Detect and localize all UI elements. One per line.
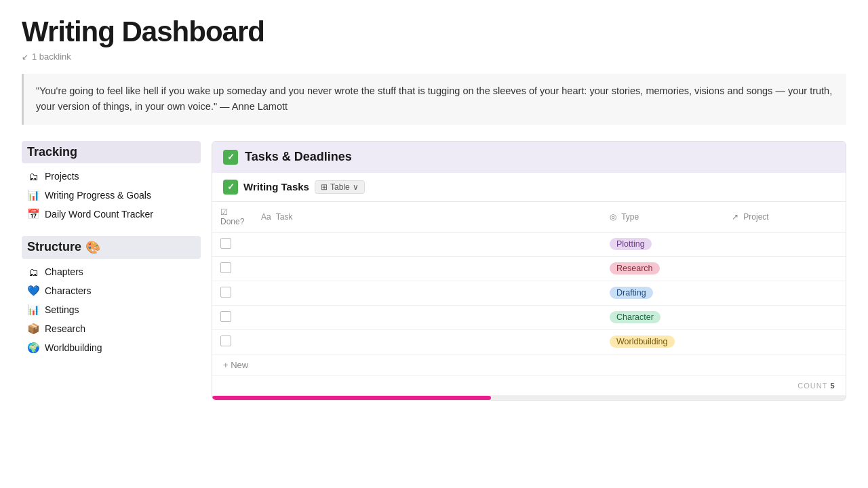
cell-task[interactable] (253, 329, 601, 354)
cell-task[interactable] (253, 305, 601, 329)
table-chevron-icon: ∨ (353, 182, 359, 192)
tasks-subheader: ✓ Writing Tasks ⊞ Table ∨ (212, 173, 846, 202)
sidebar-item-label: Worldbuilding (45, 342, 102, 353)
count-row: COUNT 5 (212, 376, 846, 396)
backlink-count[interactable]: 1 backlink (32, 52, 71, 62)
sidebar-item-label: Chapters (45, 266, 83, 277)
row-checkbox[interactable] (220, 336, 231, 346)
cell-type: Plotting (601, 232, 724, 256)
cell-project (724, 305, 846, 329)
cell-done (212, 329, 253, 354)
cell-project (724, 256, 846, 281)
type-badge: Worldbuilding (610, 336, 675, 348)
tracking-items: 🗂 Projects 📊 Writing Progress & Goals 📅 … (22, 167, 201, 224)
table-row[interactable]: Drafting (212, 281, 846, 305)
page-title: Writing Dashboard (22, 16, 846, 47)
sidebar-item-worldbuilding[interactable]: 🌍 Worldbuilding (22, 338, 201, 357)
backlink-icon: ↙ (22, 52, 28, 62)
cell-done (212, 281, 253, 305)
projects-icon: 🗂 (27, 171, 39, 182)
table-grid-icon: ⊞ (321, 182, 328, 192)
cell-project (724, 281, 846, 305)
tasks-header: ✓ Tasks & Deadlines (212, 142, 846, 173)
quote-text: "You're going to feel like hell if you w… (36, 85, 832, 112)
research-icon: 📦 (27, 323, 39, 335)
writing-tasks-check-icon: ✓ (223, 180, 238, 195)
sidebar-item-label: Settings (45, 304, 79, 315)
sidebar-item-writing-progress[interactable]: 📊 Writing Progress & Goals (22, 186, 201, 205)
type-badge: Drafting (610, 287, 653, 299)
done-col-icon: ☑ (220, 207, 228, 217)
cell-done (212, 256, 253, 281)
sidebar-item-label: Research (45, 323, 85, 334)
table-view-badge[interactable]: ⊞ Table ∨ (315, 180, 365, 194)
writing-tasks-title: Writing Tasks (243, 181, 309, 192)
type-badge: Character (610, 311, 660, 323)
sidebar-item-projects[interactable]: 🗂 Projects (22, 167, 201, 186)
sidebar-item-characters[interactable]: 💙 Characters (22, 281, 201, 300)
cell-task[interactable] (253, 232, 601, 256)
sidebar-item-chapters[interactable]: 🗂 Chapters (22, 263, 201, 281)
progress-bar-container (212, 396, 846, 400)
cell-type: Drafting (601, 281, 724, 305)
row-checkbox[interactable] (220, 287, 231, 298)
cell-project (724, 329, 846, 354)
main-content: Tracking 🗂 Projects 📊 Writing Progress &… (22, 141, 846, 401)
table-row[interactable]: Character (212, 305, 846, 329)
tasks-header-label: Tasks & Deadlines (245, 150, 352, 164)
add-new-label: + New (223, 360, 248, 370)
row-checkbox[interactable] (220, 311, 231, 322)
structure-label: Structure (27, 240, 81, 254)
table-badge-label: Table (330, 182, 350, 192)
sidebar: Tracking 🗂 Projects 📊 Writing Progress &… (22, 141, 212, 401)
progress-bar-fill (212, 396, 491, 400)
type-badge: Plotting (610, 238, 652, 250)
chapters-icon: 🗂 (27, 266, 39, 278)
col-type: ◎ Type (601, 202, 724, 232)
cell-type: Character (601, 305, 724, 329)
page-container: Writing Dashboard ↙ 1 backlink "You're g… (0, 0, 868, 488)
structure-section-header: Structure 🎨 (22, 236, 201, 259)
sidebar-item-label: Projects (45, 171, 79, 182)
count-label: COUNT (797, 382, 827, 390)
backlink-row: ↙ 1 backlink (22, 52, 846, 62)
table-row[interactable]: Worldbuilding (212, 329, 846, 354)
cell-task[interactable] (253, 256, 601, 281)
cell-task[interactable] (253, 281, 601, 305)
tasks-check-icon: ✓ (223, 150, 238, 165)
type-badge: Research (610, 262, 660, 274)
settings-icon: 📊 (27, 304, 39, 316)
sidebar-item-label: Writing Progress & Goals (45, 190, 151, 201)
sidebar-item-settings[interactable]: 📊 Settings (22, 300, 201, 319)
cell-type: Worldbuilding (601, 329, 724, 354)
row-checkbox[interactable] (220, 238, 231, 249)
characters-icon: 💙 (27, 285, 39, 297)
project-col-icon: ↗ (732, 212, 738, 222)
table-row[interactable]: Plotting (212, 232, 846, 256)
col-project: ↗ Project (724, 202, 846, 232)
structure-emoji: 🎨 (85, 240, 100, 255)
writing-progress-icon: 📊 (27, 189, 39, 201)
cell-done (212, 232, 253, 256)
sidebar-item-label: Daily Word Count Tracker (45, 209, 153, 220)
add-new-row[interactable]: + New (212, 354, 846, 376)
word-count-icon: 📅 (27, 208, 39, 220)
quote-block: "You're going to feel like hell if you w… (22, 74, 846, 124)
sidebar-item-label: Characters (45, 285, 91, 296)
sidebar-item-research[interactable]: 📦 Research (22, 319, 201, 338)
count-value: 5 (830, 382, 835, 390)
cell-done (212, 305, 253, 329)
col-task: Aa Task (253, 202, 601, 232)
tracking-section-header: Tracking (22, 141, 201, 163)
row-checkbox[interactable] (220, 262, 231, 273)
tasks-section: ✓ Tasks & Deadlines ✓ Writing Tasks ⊞ Ta… (212, 141, 846, 401)
tasks-table: ☑ Done? Aa Task ◎ Type (212, 202, 846, 354)
type-col-icon: ◎ (610, 212, 616, 222)
main-panel: ✓ Tasks & Deadlines ✓ Writing Tasks ⊞ Ta… (212, 141, 846, 401)
table-row[interactable]: Research (212, 256, 846, 281)
col-done: ☑ Done? (212, 202, 253, 232)
task-col-icon: Aa (261, 212, 271, 222)
cell-project (724, 232, 846, 256)
structure-items: 🗂 Chapters 💙 Characters 📊 Settings 📦 Res… (22, 263, 201, 357)
sidebar-item-word-count[interactable]: 📅 Daily Word Count Tracker (22, 205, 201, 224)
